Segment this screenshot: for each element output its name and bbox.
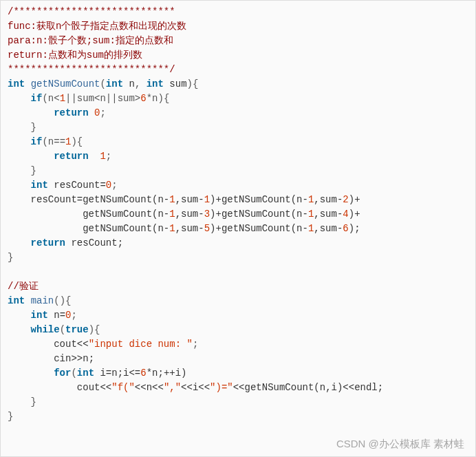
brace: }: [31, 396, 36, 407]
expr: <<getNSumCount(n,i)<<endl;: [233, 382, 383, 393]
expr: )+getNSumCount(n-: [210, 223, 308, 234]
expr: )+: [349, 209, 360, 220]
expr: ,sum-: [314, 209, 343, 220]
expr: cin>>n;: [54, 353, 94, 364]
comment-line: return:点数和为sum的排列数: [8, 50, 142, 61]
type: int: [77, 368, 94, 379]
type: int: [31, 310, 48, 321]
var: resCount;: [71, 237, 123, 248]
type: int: [8, 78, 25, 89]
number: 0: [106, 180, 111, 191]
type: int: [147, 78, 164, 89]
expr: *n;++i): [147, 368, 187, 379]
comment-line: func:获取n个骰子指定点数和出现的次数: [8, 21, 186, 32]
keyword-return: return: [31, 237, 65, 248]
number: 6: [140, 368, 146, 379]
punct: (: [60, 324, 65, 335]
string: "input dice num: ": [89, 339, 193, 350]
keyword-if: if: [31, 93, 43, 104]
punct: ;: [106, 151, 111, 162]
expr: i=n;i<=: [94, 368, 140, 379]
comment-line: /****************************: [8, 6, 175, 17]
number: 1: [60, 93, 65, 104]
punct: ): [187, 78, 193, 89]
type: int: [106, 78, 123, 89]
var: resCount=: [54, 180, 106, 191]
punct: ;: [71, 310, 76, 321]
expr: )+getNSumCount(n-: [210, 209, 308, 220]
keyword-if: if: [31, 136, 43, 147]
expr: ,sum-: [314, 194, 343, 205]
punct: (){: [54, 295, 71, 306]
expr: <<n<<: [135, 382, 164, 393]
expr: )+: [349, 194, 360, 205]
cond: ||sum<n||sum>: [65, 93, 140, 104]
number: 1: [169, 209, 175, 220]
keyword-return: return: [54, 107, 88, 118]
punct: ,: [135, 78, 147, 89]
number: 3: [204, 209, 210, 220]
expr: ,sum-: [175, 194, 204, 205]
keyword-while: while: [31, 324, 60, 335]
cond: (n<: [42, 93, 59, 104]
func-name: main: [31, 295, 54, 306]
expr: <<i<<: [181, 382, 210, 393]
brace: }: [8, 411, 13, 422]
comment-line: para:n:骰子个数;sum:指定的点数和: [8, 35, 173, 46]
func-name: getNSumCount: [31, 78, 100, 89]
string: ")=": [210, 382, 233, 393]
number: 6: [140, 93, 146, 104]
number: 1: [204, 194, 210, 205]
brace: }: [8, 252, 13, 263]
punct: ;: [111, 180, 117, 191]
brace: }: [31, 165, 36, 176]
keyword-return: return: [54, 151, 88, 162]
number: 4: [343, 209, 348, 220]
string: "f(": [111, 382, 135, 393]
comment-line: ****************************/: [8, 64, 175, 75]
param: n: [129, 78, 134, 89]
watermark-text: CSDN @办公模板库 素材蛙: [336, 436, 464, 451]
param: sum: [169, 78, 186, 89]
expr: ,sum-: [175, 209, 204, 220]
number: 5: [204, 223, 210, 234]
bool: true: [65, 324, 89, 335]
punct: ){: [89, 324, 100, 335]
brace: {: [193, 78, 198, 89]
cond: (n==: [42, 136, 65, 147]
expr: getNSumCount(n-: [83, 209, 169, 220]
expr: );: [349, 223, 360, 234]
expr: getNSumCount(n-: [83, 223, 169, 234]
type: int: [31, 180, 48, 191]
number: 6: [343, 223, 348, 234]
expr: cout<<: [54, 339, 88, 350]
expr: cout<<: [77, 382, 111, 393]
number: 1: [169, 223, 175, 234]
comment-line: //验证: [8, 281, 39, 292]
brace: }: [31, 122, 36, 133]
keyword-for: for: [54, 368, 71, 379]
code-block: /**************************** func:获取n个骰…: [1, 1, 475, 428]
string: ",": [164, 382, 181, 393]
punct: ;: [193, 339, 198, 350]
number: 2: [343, 194, 348, 205]
cond: *n){: [147, 93, 170, 104]
expr: ,sum-: [314, 223, 343, 234]
var: n=: [54, 310, 65, 321]
cond: ){: [71, 136, 83, 147]
number: 1: [169, 194, 175, 205]
type: int: [8, 295, 25, 306]
expr: )+getNSumCount(n-: [210, 194, 308, 205]
punct: ;: [100, 107, 105, 118]
punct: (: [71, 368, 76, 379]
punct: (: [100, 78, 105, 89]
expr: ,sum-: [175, 223, 204, 234]
number: 1: [100, 151, 105, 162]
expr: resCount=getNSumCount(n-: [31, 194, 170, 205]
